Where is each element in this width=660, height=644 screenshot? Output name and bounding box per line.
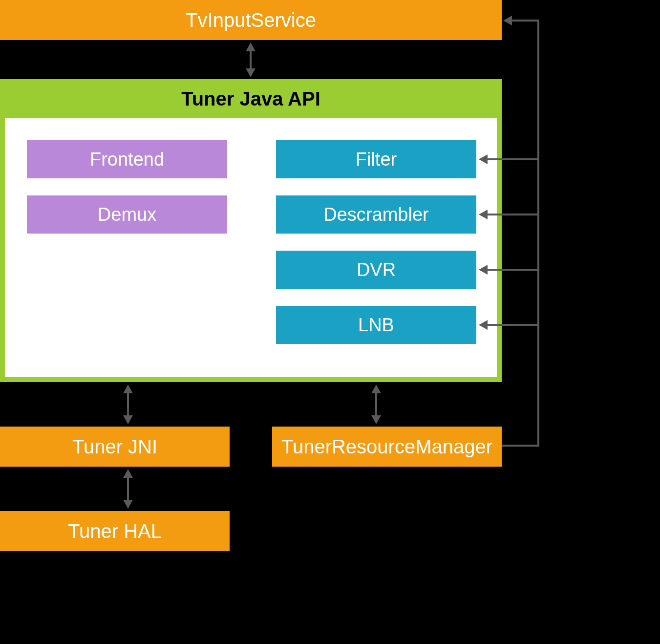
arrow-down-icon [371, 415, 381, 424]
connector-line [486, 324, 538, 326]
connector-line [502, 445, 539, 447]
tuner-jni-label: Tuner JNI [72, 436, 157, 458]
frontend-label: Frontend [90, 149, 164, 170]
lnb-label: LNB [358, 315, 394, 336]
filter-label: Filter [356, 149, 397, 170]
tuner-resource-manager-label: TunerResourceManager [281, 436, 492, 458]
tuner-resource-manager-box: TunerResourceManager [272, 427, 502, 467]
tuner-jni-box: Tuner JNI [0, 427, 230, 467]
arrow-down-icon [123, 415, 133, 424]
descrambler-box: Descrambler [276, 195, 476, 234]
tuner-hal-box: Tuner HAL [0, 511, 230, 551]
tuner-hal-label: Tuner HAL [68, 520, 162, 542]
arrow-left-icon [479, 210, 488, 219]
arrow-line [127, 475, 129, 502]
filter-box: Filter [276, 140, 476, 178]
connector-line [486, 214, 538, 215]
dvr-box: DVR [276, 251, 476, 289]
dvr-label: DVR [357, 259, 396, 280]
connector-line [537, 20, 539, 445]
connector-line [511, 20, 538, 21]
tuner-java-api-inner: Frontend Demux Filter Descrambler DVR LN… [5, 118, 497, 377]
lnb-box: LNB [276, 306, 476, 344]
connector-line [486, 158, 538, 160]
tv-input-service-label: TvInputService [186, 9, 316, 31]
arrow-line [250, 49, 252, 71]
connector-line [486, 269, 538, 271]
tv-input-service-box: TvInputService [0, 0, 502, 40]
descrambler-label: Descrambler [323, 204, 428, 225]
tuner-java-api-header: Tuner Java API [0, 79, 502, 118]
tuner-java-api-container: Tuner Java API Frontend Demux Filter Des… [0, 79, 502, 382]
arrow-down-icon [123, 500, 133, 509]
tuner-java-api-label: Tuner Java API [181, 88, 320, 110]
arrow-left-icon [479, 265, 488, 275]
frontend-box: Frontend [27, 140, 227, 178]
arrow-left-icon [479, 154, 488, 164]
arrow-line [375, 391, 377, 418]
arrow-left-icon [479, 320, 488, 330]
arrow-down-icon [246, 68, 255, 77]
demux-box: Demux [27, 195, 227, 234]
demux-label: Demux [98, 204, 156, 225]
arrow-left-icon [503, 16, 512, 25]
arrow-line [127, 391, 129, 418]
